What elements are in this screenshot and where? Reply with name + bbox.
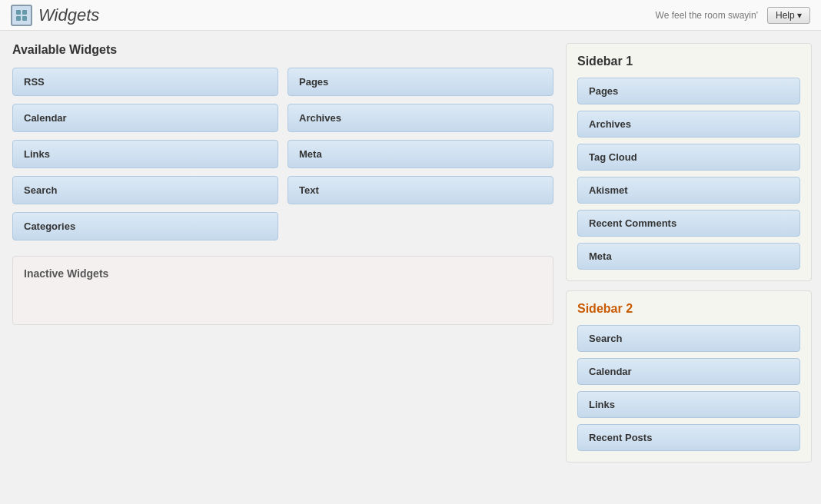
tagline: We feel the room swayin': [656, 10, 758, 21]
sidebar2-item-search[interactable]: Search: [577, 325, 800, 352]
available-widgets-title: Available Widgets: [12, 43, 553, 57]
svg-rect-3: [22, 16, 27, 21]
svg-rect-1: [22, 10, 27, 15]
sidebar2-title: Sidebar 2: [577, 302, 800, 316]
widget-btn-text[interactable]: Text: [288, 176, 553, 204]
widget-column-2: Pages Archives Meta Text: [288, 68, 553, 240]
page-title: Widgets: [38, 5, 99, 25]
sidebar2-item-recent-posts[interactable]: Recent Posts: [577, 424, 800, 451]
widget-btn-links[interactable]: Links: [12, 140, 278, 168]
widget-btn-archives[interactable]: Archives: [288, 104, 553, 132]
sidebar1-item-tagcloud[interactable]: Tag Cloud: [577, 144, 800, 171]
right-panel: Sidebar 1 Pages Archives Tag Cloud Akism…: [566, 43, 812, 492]
widget-btn-calendar[interactable]: Calendar: [12, 104, 278, 132]
sidebar2-widget-list: Search Calendar Links Recent Posts: [577, 325, 800, 451]
svg-rect-2: [16, 16, 21, 21]
widget-btn-categories[interactable]: Categories: [12, 212, 278, 240]
widget-btn-search[interactable]: Search: [12, 176, 278, 204]
widget-btn-pages[interactable]: Pages: [288, 68, 553, 96]
help-button[interactable]: Help ▾: [767, 7, 810, 24]
main-layout: Available Widgets RSS Calendar Links Sea…: [0, 31, 821, 504]
widget-column-1: RSS Calendar Links Search Categories: [12, 68, 278, 240]
page-header-title-area: Widgets: [11, 5, 99, 26]
sidebar1-item-archives[interactable]: Archives: [577, 111, 800, 138]
top-right: We feel the room swayin' Help ▾: [656, 7, 810, 24]
sidebar2-item-calendar[interactable]: Calendar: [577, 358, 800, 385]
inactive-widgets-title: Inactive Widgets: [24, 267, 542, 280]
top-bar: Widgets We feel the room swayin' Help ▾: [0, 0, 821, 31]
widgets-icon: [11, 5, 32, 26]
sidebar1-title: Sidebar 1: [577, 55, 800, 68]
widget-btn-rss[interactable]: RSS: [12, 68, 278, 96]
sidebar1-item-akismet[interactable]: Akismet: [577, 177, 800, 204]
sidebar1-widget-list: Pages Archives Tag Cloud Akismet Recent …: [577, 78, 800, 270]
left-panel: Available Widgets RSS Calendar Links Sea…: [12, 43, 566, 492]
inactive-widgets-section: Inactive Widgets: [12, 256, 553, 325]
sidebar1-section: Sidebar 1 Pages Archives Tag Cloud Akism…: [566, 43, 812, 281]
sidebar1-item-pages[interactable]: Pages: [577, 78, 800, 104]
sidebar2-item-links[interactable]: Links: [577, 391, 800, 418]
sidebar1-item-recent-comments[interactable]: Recent Comments: [577, 210, 800, 237]
sidebar1-item-meta[interactable]: Meta: [577, 243, 800, 270]
widgets-grid: RSS Calendar Links Search Categories Pag…: [12, 68, 553, 240]
svg-rect-0: [16, 10, 21, 15]
widget-btn-meta[interactable]: Meta: [288, 140, 553, 168]
sidebar2-section: Sidebar 2 Search Calendar Links Recent P…: [566, 290, 812, 463]
